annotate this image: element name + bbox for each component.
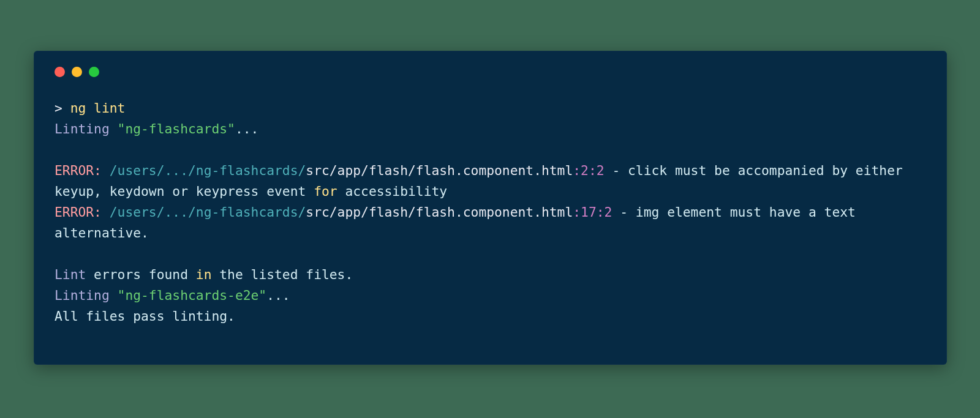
ellipsis: ... [235, 121, 258, 136]
linting-label: Linting [55, 288, 118, 303]
summary-text: errors found [86, 267, 196, 282]
summary-word: Lint [55, 267, 86, 282]
error-label: ERROR: [55, 204, 110, 220]
window-traffic-lights [55, 67, 926, 77]
error-path: /users/.../ng-flashcards/ [110, 163, 306, 178]
terminal-window: > ng lint Linting "ng-flashcards"... ERR… [34, 51, 947, 365]
project-name: "ng-flashcards-e2e" [118, 288, 267, 303]
minimize-icon[interactable] [72, 67, 82, 77]
prompt-symbol: > [55, 100, 70, 116]
linting-label: Linting [55, 121, 118, 136]
error-message-tail: accessibility [337, 184, 448, 199]
close-icon[interactable] [55, 67, 65, 77]
terminal-output: > ng lint Linting "ng-flashcards"... ERR… [55, 98, 926, 327]
ellipsis: ... [266, 288, 290, 303]
keyword-for: for [314, 184, 337, 199]
summary-text-tail: the listed files. [211, 267, 353, 282]
error-file: src/app/flash/flash.component.html [306, 204, 573, 220]
pass-message: All files pass linting. [55, 308, 235, 324]
zoom-icon[interactable] [89, 67, 99, 77]
dash: - [605, 163, 628, 178]
error-path: /users/.../ng-flashcards/ [110, 204, 306, 220]
error-location: :17:2 [573, 204, 612, 220]
dash: - [612, 204, 635, 220]
error-label: ERROR: [55, 163, 110, 178]
error-location: :2:2 [573, 163, 604, 178]
error-file: src/app/flash/flash.component.html [306, 163, 573, 178]
command-text: ng lint [70, 100, 126, 116]
project-name: "ng-flashcards" [118, 121, 235, 136]
keyword-in: in [196, 267, 212, 282]
